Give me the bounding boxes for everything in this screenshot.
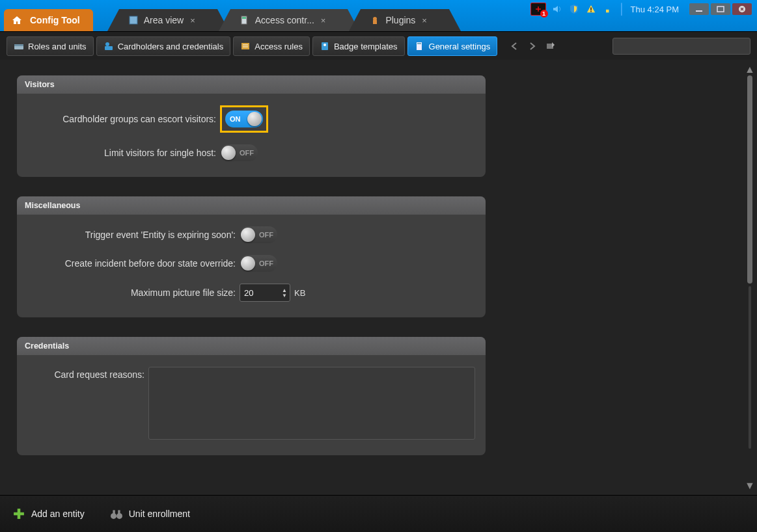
svg-rect-19	[417, 43, 421, 44]
battery-indicator-icon	[602, 3, 614, 15]
toolbar-cardholders[interactable]: Cardholders and credentials	[96, 36, 231, 56]
label-trigger-expiring: Trigger event 'Entity is expiring soon':	[27, 230, 236, 240]
svg-rect-0	[130, 16, 137, 24]
badge-icon	[320, 41, 330, 51]
nav-forward-button[interactable]	[526, 40, 539, 53]
toggle-state-label: OFF	[240, 149, 254, 157]
home-icon	[12, 15, 22, 25]
warning-icon[interactable]	[585, 3, 597, 15]
tab-config-tool[interactable]: Config Tool	[4, 9, 93, 31]
search-input[interactable]	[612, 38, 750, 55]
plugins-icon	[370, 15, 380, 25]
input-value: 20	[244, 288, 253, 298]
binoculars-icon	[111, 508, 122, 520]
svg-rect-8	[696, 10, 702, 12]
unit-label: KB	[294, 288, 305, 298]
toolbar-access-rules[interactable]: Access rules	[233, 36, 310, 56]
toolbar-label: Cardholders and credentials	[118, 42, 224, 51]
settings-list-icon	[415, 41, 425, 51]
tab-label: Area view	[144, 15, 184, 25]
svg-point-17	[323, 44, 326, 46]
svg-rect-2	[242, 17, 246, 19]
toggle-knob	[241, 256, 255, 271]
svg-rect-14	[105, 46, 113, 50]
toolbar-label: Badge templates	[334, 42, 398, 51]
unit-enrollment-button[interactable]: Unit enrollment	[111, 508, 190, 520]
spinner-arrows[interactable]: ▲▼	[281, 286, 288, 300]
system-title-bar: Config Tool Area view × Access contr... …	[0, 0, 757, 31]
tab-area-view[interactable]: Area view ×	[119, 9, 217, 31]
minimize-button[interactable]	[689, 3, 709, 15]
toggle-state-label: OFF	[259, 231, 273, 239]
label-escort-visitors: Cardholder groups can escort visitors:	[27, 114, 216, 124]
toggle-limit-visitors[interactable]: OFF	[220, 144, 258, 161]
label-create-incident: Create incident before door state overri…	[27, 258, 236, 269]
tab-row: Config Tool Area view × Access contr... …	[4, 9, 450, 31]
toolbar-label: Roles and units	[28, 42, 87, 51]
label-limit-visitors: Limit visitors for single host:	[27, 148, 216, 158]
svg-rect-15	[241, 43, 249, 49]
panel-title: Miscellaneous	[17, 196, 486, 215]
plus-icon	[13, 508, 25, 520]
listbox-card-request-reasons[interactable]	[148, 367, 475, 440]
button-label: Unit enrollment	[129, 509, 190, 519]
panel-visitors: Visitors Cardholder groups can escort vi…	[17, 75, 486, 177]
notification-icon[interactable]: ＋ 1	[530, 3, 546, 16]
toggle-state-label: OFF	[259, 259, 273, 267]
content-area: Visitors Cardholder groups can escort vi…	[0, 60, 757, 496]
tab-label: Plugins	[385, 15, 415, 25]
cardholders-icon	[103, 41, 114, 51]
scroll-thumb[interactable]	[747, 75, 752, 284]
scroll-down-icon[interactable]: ▼	[745, 481, 754, 490]
svg-rect-12	[14, 44, 23, 46]
toggle-knob	[241, 228, 255, 242]
nav-extra-button[interactable]	[544, 40, 557, 53]
svg-rect-9	[717, 7, 724, 12]
input-max-picture-size[interactable]: 20 ▲▼	[240, 284, 290, 302]
tab-plugins[interactable]: Plugins ×	[361, 9, 449, 31]
separator: │	[619, 3, 626, 15]
panel-title: Credentials	[17, 337, 486, 355]
svg-rect-5	[590, 7, 592, 10]
svg-rect-22	[14, 512, 24, 516]
system-tray: ＋ 1 │ Thu 4:24 PM	[530, 0, 757, 16]
toggle-trigger-expiring[interactable]: OFF	[240, 226, 277, 243]
svg-point-13	[105, 42, 109, 46]
shield-icon[interactable]	[568, 3, 580, 15]
add-entity-button[interactable]: Add an entity	[13, 508, 85, 520]
toolbar-roles-and-units[interactable]: Roles and units	[7, 36, 94, 56]
toggle-escort-visitors[interactable]: ON	[225, 111, 263, 127]
label-card-request-reasons: Card request reasons:	[27, 369, 145, 380]
volume-icon[interactable]	[551, 3, 563, 15]
toolbar-general-settings[interactable]: General settings	[407, 36, 498, 56]
svg-rect-6	[590, 11, 592, 12]
scrollbar[interactable]: ▲ ▼	[745, 65, 754, 490]
bottom-bar: Add an entity Unit enrollment	[0, 495, 757, 532]
toolbar-label: Access rules	[255, 42, 303, 51]
close-icon[interactable]: ×	[190, 16, 195, 25]
nav-back-button[interactable]	[508, 40, 521, 53]
scroll-track-bg	[749, 286, 751, 449]
highlight-box: ON	[220, 105, 268, 133]
roles-icon	[14, 41, 24, 51]
toolbar-label: General settings	[429, 42, 491, 51]
panel-credentials: Credentials Card request reasons:	[17, 337, 486, 455]
area-view-icon	[128, 15, 139, 25]
maximize-button[interactable]	[711, 3, 730, 15]
toggle-create-incident[interactable]: OFF	[240, 255, 277, 272]
close-icon[interactable]: ×	[422, 16, 427, 25]
toggle-knob	[221, 146, 236, 160]
svg-rect-7	[606, 10, 609, 13]
window-close-button[interactable]	[732, 3, 752, 15]
notification-badge: 1	[540, 10, 548, 18]
panel-miscellaneous: Miscellaneous Trigger event 'Entity is e…	[17, 196, 486, 317]
scroll-up-icon[interactable]: ▲	[745, 65, 754, 74]
section-toolbar: Roles and units Cardholders and credenti…	[0, 31, 757, 61]
tab-access-control[interactable]: Access contr... ×	[230, 9, 348, 31]
close-icon[interactable]: ×	[321, 16, 326, 25]
toggle-state-label: ON	[230, 115, 241, 123]
panel-title: Visitors	[17, 75, 486, 94]
svg-rect-26	[118, 510, 120, 514]
toolbar-badge-templates[interactable]: Badge templates	[312, 36, 405, 56]
svg-rect-4	[373, 20, 377, 24]
